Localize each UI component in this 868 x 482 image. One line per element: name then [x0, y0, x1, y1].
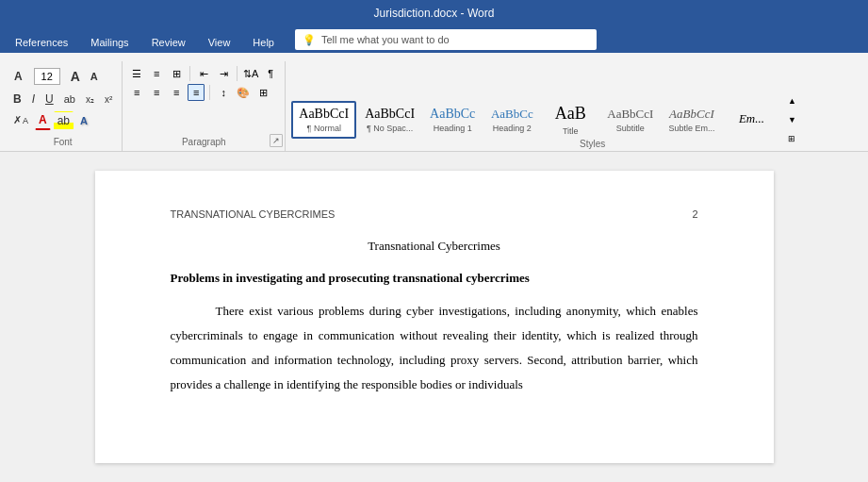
borders-btn[interactable]: ⊞ [254, 84, 271, 101]
align-left-btn[interactable]: ≡ [128, 84, 145, 101]
doc-title: Transnational Cybercrimes [171, 239, 698, 254]
lightbulb-icon: 💡 [303, 34, 316, 46]
style-heading1[interactable]: AaBbCc Heading 1 [423, 102, 482, 139]
document-area: TRANSNATIONAL CYBERCRIMES 2 Transnationa… [0, 152, 868, 482]
search-bar[interactable]: 💡 Tell me what you want to do [295, 29, 597, 50]
style-subtle-em-label: Subtle Em... [668, 124, 714, 133]
style-subtle-em[interactable]: AaBbCcI Subtle Em... [662, 102, 721, 138]
bold-btn[interactable]: B [9, 90, 25, 108]
style-normal-label: ¶ Normal [307, 124, 341, 133]
style-subtitle[interactable]: AaBbCcI Subtitle [600, 102, 660, 138]
justify-btn[interactable]: ≡ [188, 84, 205, 101]
underline-btn[interactable]: U [41, 90, 57, 108]
styles-expand-btn[interactable]: ⊞ [783, 130, 800, 147]
title-bar: Jurisdiction.docx - Word [0, 0, 868, 26]
align-right-btn[interactable]: ≡ [168, 84, 185, 101]
page-header-text: TRANSNATIONAL CYBERCRIMES [171, 208, 336, 220]
style-heading2[interactable]: AaBbCc Heading 2 [483, 102, 540, 138]
style-normal-preview: AaBbCcI [299, 107, 349, 123]
font-size-btn[interactable]: 12 [30, 65, 64, 88]
font-color-btn[interactable]: A [35, 110, 51, 130]
superscript-btn[interactable]: x² [101, 91, 116, 108]
style-heading1-preview: AaBbCc [430, 107, 475, 123]
style-title-preview: AaB [555, 104, 586, 125]
styles-scroll-down-btn[interactable]: ▼ [783, 111, 800, 128]
styles-label: Styles [580, 139, 605, 149]
style-title-label: Title [563, 126, 579, 136]
doc-heading: Problems in investigating and prosecutin… [171, 271, 698, 286]
tab-mailings[interactable]: Mailings [79, 33, 139, 53]
tab-view[interactable]: View [197, 33, 242, 53]
paragraph-group-label: Paragraph [123, 137, 285, 149]
font-name-btn[interactable]: A [9, 68, 27, 85]
increase-indent-btn[interactable]: ⇥ [215, 65, 232, 82]
style-subtle-em-preview: AaBbCcI [669, 107, 714, 122]
italic-btn[interactable]: I [28, 90, 39, 108]
title-bar-text: Jurisdiction.docx - Word [374, 7, 495, 20]
font-size-input[interactable]: 12 [34, 68, 60, 85]
grow-font-btn[interactable]: A [67, 66, 84, 87]
tab-help[interactable]: Help [241, 33, 286, 53]
decrease-indent-btn[interactable]: ⇤ [195, 65, 212, 82]
paragraph-expand-btn[interactable]: ↗ [270, 134, 283, 147]
shrink-font-btn[interactable]: A [87, 68, 102, 85]
style-title[interactable]: AaB Title [542, 99, 598, 141]
ribbon: A 12 A A B I U ab x₂ x² ✗A A ab A [0, 53, 868, 152]
paragraph-group: ☰ ≡ ⊞ ⇤ ⇥ ⇅A ¶ ≡ ≡ ≡ ≡ ↕ 🎨 ⊞ Paragraph [123, 61, 286, 151]
style-heading1-label: Heading 1 [434, 124, 472, 133]
style-heading2-label: Heading 2 [493, 124, 532, 133]
numbering-btn[interactable]: ≡ [148, 65, 165, 82]
style-heading2-preview: AaBbCc [491, 107, 533, 122]
style-em-preview: Em... [739, 111, 764, 126]
bullets-btn[interactable]: ☰ [128, 65, 145, 82]
font-group: A 12 A A B I U ab x₂ x² ✗A A ab A [4, 61, 123, 151]
page-header: TRANSNATIONAL CYBERCRIMES 2 [171, 208, 698, 220]
text-effects-btn[interactable]: A [76, 112, 91, 129]
ribbon-tabs-bar: References Mailings Review View Help 💡 T… [0, 26, 868, 53]
page-number: 2 [692, 208, 697, 220]
search-placeholder: Tell me what you want to do [321, 34, 450, 45]
tab-review[interactable]: Review [140, 33, 197, 53]
sort-btn[interactable]: ⇅A [242, 65, 259, 82]
subscript-btn[interactable]: x₂ [82, 91, 98, 108]
show-marks-btn[interactable]: ¶ [262, 65, 279, 82]
strikethrough-btn[interactable]: ab [60, 91, 79, 108]
style-no-spacing-preview: AaBbCcI [365, 107, 415, 123]
multilevel-btn[interactable]: ⊞ [168, 65, 185, 82]
style-subtitle-label: Subtitle [616, 124, 645, 133]
doc-body: There exist various problems during cybe… [171, 299, 698, 397]
font-group-label: Font [9, 137, 116, 149]
style-subtitle-preview: AaBbCcI [607, 107, 653, 122]
clear-format-btn[interactable]: ✗A [9, 111, 32, 129]
style-no-spacing[interactable]: AaBbCcI ¶ No Spac... [358, 102, 421, 139]
style-normal[interactable]: AaBbCcI ¶ Normal [291, 101, 356, 140]
style-em[interactable]: Em... [723, 107, 779, 133]
highlight-btn[interactable]: ab [54, 111, 74, 130]
shading-btn[interactable]: 🎨 [235, 84, 252, 101]
align-center-btn[interactable]: ≡ [148, 84, 165, 101]
line-spacing-btn[interactable]: ↕ [215, 84, 232, 101]
styles-section: AaBbCcI ¶ Normal AaBbCcI ¶ No Spac... Aa… [286, 89, 864, 151]
style-no-spacing-label: ¶ No Spac... [367, 124, 413, 133]
tab-references[interactable]: References [4, 33, 79, 53]
styles-scroll-up-btn[interactable]: ▲ [783, 92, 800, 109]
document-page: TRANSNATIONAL CYBERCRIMES 2 Transnationa… [95, 171, 774, 463]
